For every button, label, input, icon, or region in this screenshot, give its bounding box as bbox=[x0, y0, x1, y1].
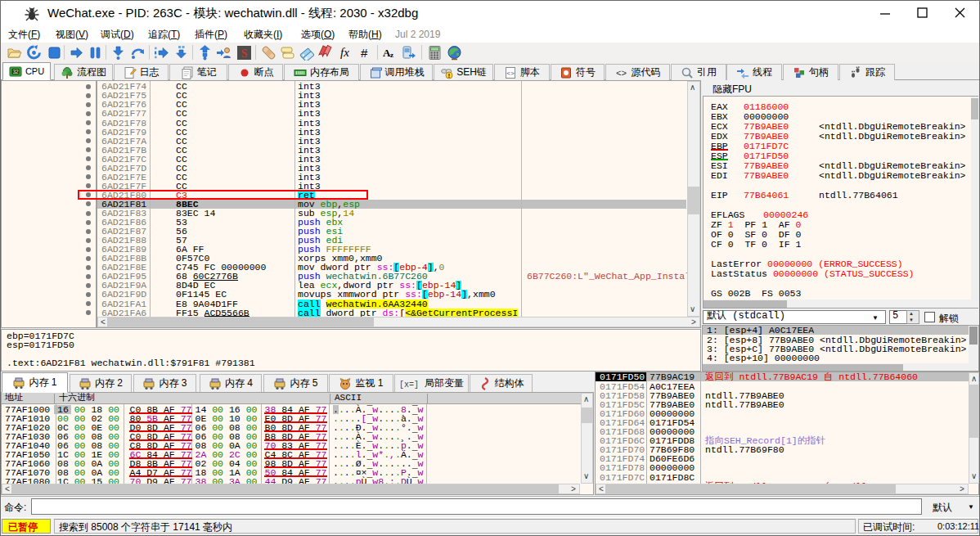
svg-text:S: S bbox=[241, 47, 248, 60]
svg-text:<>: <> bbox=[616, 69, 627, 79]
svg-text:32: 32 bbox=[12, 69, 19, 74]
svg-text:!: ! bbox=[448, 72, 450, 78]
svg-text:#: # bbox=[361, 46, 368, 60]
svg-text:z: z bbox=[390, 51, 393, 59]
svg-text:<>: <> bbox=[506, 70, 515, 77]
svg-text:fx: fx bbox=[340, 46, 349, 59]
svg-text:[x=]: [x=] bbox=[399, 381, 419, 390]
